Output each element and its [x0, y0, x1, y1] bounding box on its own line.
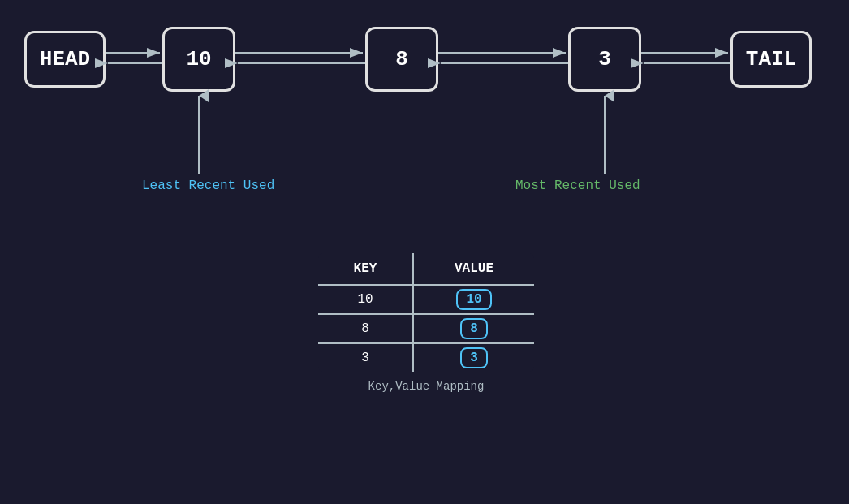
value-badge: 8 [460, 318, 488, 339]
table-cell-value: 8 [413, 314, 535, 343]
table-cell-key: 3 [317, 343, 413, 373]
table-container: KEY VALUE 10108833 Key,Value Mapping [317, 252, 536, 393]
node-3-label: 3 [598, 47, 611, 71]
node-10-label: 10 [186, 47, 211, 71]
node-head: HEAD [24, 31, 106, 88]
node-3: 3 [568, 27, 641, 92]
table-row: 33 [317, 343, 535, 373]
mru-text: Most Recent Used [515, 179, 640, 193]
node-head-label: HEAD [40, 47, 90, 71]
diagram-container: HEAD 10 8 3 TAIL [0, 0, 849, 504]
table-caption: Key,Value Mapping [317, 380, 536, 393]
lru-text: Least Recent Used [142, 179, 274, 193]
label-mru: Most Recent Used [515, 179, 640, 193]
node-tail: TAIL [730, 31, 812, 88]
col-header-key: KEY [317, 252, 413, 285]
col-header-value: VALUE [413, 252, 535, 285]
table-cell-value: 10 [413, 285, 535, 314]
node-tail-label: TAIL [746, 47, 796, 71]
label-lru: Least Recent Used [142, 179, 274, 193]
table-cell-value: 3 [413, 343, 535, 373]
kv-table: KEY VALUE 10108833 [317, 252, 536, 373]
value-badge: 3 [460, 347, 488, 368]
table-row: 88 [317, 314, 535, 343]
node-8-label: 8 [395, 47, 408, 71]
table-row: 1010 [317, 285, 535, 314]
table-cell-key: 10 [317, 285, 413, 314]
node-8: 8 [365, 27, 438, 92]
node-10: 10 [162, 27, 235, 92]
value-badge: 10 [456, 289, 491, 310]
table-cell-key: 8 [317, 314, 413, 343]
